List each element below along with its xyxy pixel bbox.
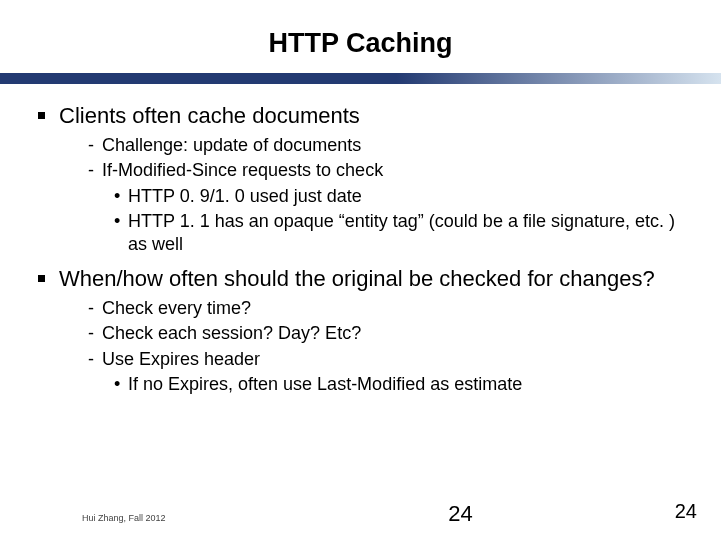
bullet-clients-cache: Clients often cache documents (38, 102, 683, 130)
bullet-text: When/how often should the original be ch… (59, 265, 655, 293)
dot-no-expires: • If no Expires, often use Last-Modified… (114, 373, 683, 396)
dash-every-time: - Check every time? (88, 297, 683, 320)
page-number-right: 24 (675, 500, 697, 523)
sub-list-1: - Challenge: update of documents - If-Mo… (38, 134, 683, 256)
dash-icon: - (88, 134, 102, 157)
dash-text: Use Expires header (102, 348, 260, 371)
square-bullet-icon (38, 275, 45, 282)
bullet-text: Clients often cache documents (59, 102, 360, 130)
title-divider (0, 73, 721, 84)
dash-icon: - (88, 348, 102, 371)
dash-icon: - (88, 297, 102, 320)
dash-icon: - (88, 159, 102, 182)
slide-content: Clients often cache documents - Challeng… (0, 84, 721, 396)
dash-expires: - Use Expires header (88, 348, 683, 371)
dot-text: If no Expires, often use Last-Modified a… (128, 373, 522, 396)
dash-challenge: - Challenge: update of documents (88, 134, 683, 157)
dot-icon: • (114, 373, 128, 396)
dash-text: Check each session? Day? Etc? (102, 322, 361, 345)
square-bullet-icon (38, 112, 45, 119)
dash-icon: - (88, 322, 102, 345)
dash-text: Challenge: update of documents (102, 134, 361, 157)
sub-list-2: - Check every time? - Check each session… (38, 297, 683, 396)
bullet-when-how: When/how often should the original be ch… (38, 265, 683, 293)
dot-http09: • HTTP 0. 9/1. 0 used just date (114, 185, 683, 208)
dot-list-2: • If no Expires, often use Last-Modified… (88, 373, 683, 396)
dash-text: Check every time? (102, 297, 251, 320)
slide-title: HTTP Caching (0, 0, 721, 69)
dot-text: HTTP 0. 9/1. 0 used just date (128, 185, 362, 208)
dot-text: HTTP 1. 1 has an opaque “entity tag” (co… (128, 210, 683, 255)
dot-icon: • (114, 185, 128, 208)
dot-icon: • (114, 210, 128, 255)
dot-list-1: • HTTP 0. 9/1. 0 used just date • HTTP 1… (88, 185, 683, 256)
page-number-center: 24 (0, 501, 721, 527)
dash-each-session: - Check each session? Day? Etc? (88, 322, 683, 345)
slide-root: HTTP Caching Clients often cache documen… (0, 0, 721, 541)
dash-text: If-Modified-Since requests to check (102, 159, 383, 182)
dot-http11: • HTTP 1. 1 has an opaque “entity tag” (… (114, 210, 683, 255)
dash-if-modified: - If-Modified-Since requests to check (88, 159, 683, 182)
